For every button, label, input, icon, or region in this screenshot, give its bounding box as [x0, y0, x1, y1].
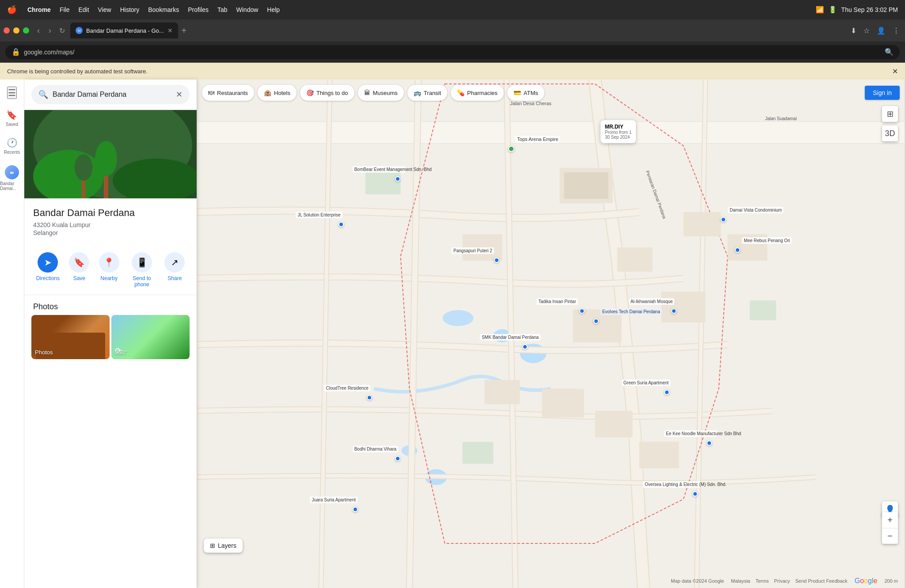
filter-restaurants[interactable]: 🍽 Restaurants: [202, 85, 254, 101]
mosque-pin[interactable]: [671, 308, 677, 314]
refresh-button[interactable]: ↻: [57, 25, 67, 37]
recents-icon: 🕐: [7, 137, 18, 148]
close-window-button[interactable]: [4, 27, 10, 34]
sidebar-item-recent-place[interactable]: 🏘 Bandar Damai...: [0, 165, 24, 191]
tops-arena-pin[interactable]: [508, 146, 514, 152]
zoom-out-button[interactable]: −: [882, 528, 898, 544]
directions-button[interactable]: ➤ Directions: [36, 252, 60, 288]
mrdiy-promo-card[interactable]: MR.DIY Promo from 130 Sep 2024: [601, 120, 636, 143]
bookmark-button[interactable]: ☆: [862, 25, 871, 37]
sidebar-item-recents[interactable]: 🕐 Recents: [4, 137, 20, 155]
sidebar-menu-button[interactable]: ☰: [7, 87, 17, 99]
svg-rect-11: [564, 172, 608, 199]
zoom-in-button[interactable]: +: [882, 512, 898, 528]
filter-atms[interactable]: 💳 ATMs: [507, 85, 544, 101]
menu-tab[interactable]: Tab: [217, 6, 228, 13]
tab-bar: ‹ › ↻ M Bandar Damai Perdana - Go... ✕ +…: [0, 19, 905, 42]
photo-card-1[interactable]: Photos: [31, 315, 110, 359]
cloudtree-pin[interactable]: [367, 395, 372, 400]
map-filter-bar: 🍽 Restaurants 🏨 Hotels 🎯 Things to do 🏛 …: [202, 85, 900, 101]
menu-file[interactable]: File: [60, 6, 70, 13]
menu-chrome[interactable]: Chrome: [27, 6, 51, 13]
filter-pharmacies[interactable]: 💊 Pharmacies: [451, 85, 504, 101]
system-time: Thu Sep 26 3:02 PM: [841, 6, 898, 13]
mrdiy-promo: Promo from 130 Sep 2024: [605, 130, 632, 140]
downloads-button[interactable]: ⬇: [849, 25, 858, 37]
green-suria-pin[interactable]: [664, 390, 669, 395]
wifi-icon: 📶: [816, 6, 824, 14]
share-button[interactable]: ↗ Share: [164, 252, 185, 288]
photo-1-label: Photos: [35, 349, 53, 356]
recent-place-avatar: 🏘: [5, 165, 19, 179]
back-button[interactable]: ‹: [34, 24, 42, 37]
footer-feedback[interactable]: Send Product Feedback: [795, 578, 848, 584]
save-button[interactable]: 🔖 Save: [69, 252, 89, 288]
forward-button[interactable]: ›: [46, 24, 54, 37]
automation-warning: Chrome is being controlled by automated …: [0, 63, 905, 80]
menu-bookmarks[interactable]: Bookmarks: [148, 6, 179, 13]
bodhi-pin[interactable]: [395, 456, 400, 461]
search-submit-icon[interactable]: 🔍: [38, 90, 48, 99]
send-to-phone-button[interactable]: 📱 Send to phone: [129, 252, 155, 288]
bombear-pin[interactable]: [395, 176, 400, 182]
maximize-window-button[interactable]: [23, 27, 29, 34]
svg-rect-18: [485, 380, 520, 404]
svg-rect-23: [750, 300, 776, 320]
sidebar-item-saved[interactable]: 🔖 Saved: [6, 110, 18, 127]
filter-hotels[interactable]: 🏨 Hotels: [258, 85, 297, 101]
menu-view[interactable]: View: [98, 6, 111, 13]
apple-icon[interactable]: 🍎: [7, 5, 17, 15]
menu-help[interactable]: Help: [267, 6, 280, 13]
menu-history[interactable]: History: [120, 6, 140, 13]
tab-close-button[interactable]: ✕: [167, 27, 173, 34]
phone-icon: 📱: [137, 257, 148, 268]
photo-card-2[interactable]: ⟳ 360°: [111, 315, 190, 359]
layers-button[interactable]: ⊞ Layers: [204, 539, 243, 553]
menu-window[interactable]: Window: [236, 6, 259, 13]
layers-label: Layers: [218, 542, 236, 549]
map-attribution: Map data ©2024 Google: [671, 578, 724, 584]
filter-things-to-do[interactable]: 🎯 Things to do: [300, 85, 354, 101]
footer-malaysia[interactable]: Malaysia: [731, 578, 750, 584]
search-icon: 🔍: [885, 48, 894, 56]
map-area[interactable]: 🍽 Restaurants 🏨 Hotels 🎯 Things to do 🏛 …: [197, 80, 905, 588]
profile-button[interactable]: 👤: [875, 25, 887, 37]
jl-solution-pin[interactable]: [338, 222, 344, 227]
tab-title: Bandar Damai Perdana - Go...: [86, 27, 164, 34]
extensions-button[interactable]: ⋮: [891, 25, 901, 37]
menubar-right-icons: 📶 🔋 Thu Sep 26 3:02 PM: [816, 6, 898, 14]
minimize-window-button[interactable]: [13, 27, 19, 34]
filter-restaurants-label: Restaurants: [217, 90, 248, 96]
smk-pin[interactable]: [522, 344, 528, 349]
map-3d-button[interactable]: 3D: [882, 125, 898, 141]
mee-rebus-pin[interactable]: [735, 247, 740, 253]
evolves-pin[interactable]: [593, 319, 599, 324]
tab-favicon: M: [76, 27, 83, 34]
damai-vista-pin[interactable]: [721, 217, 726, 222]
menu-profiles[interactable]: Profiles: [188, 6, 209, 13]
filter-transit[interactable]: 🚌 Transit: [407, 85, 447, 101]
search-query-text: Bandar Damai Perdana: [53, 91, 171, 99]
map-scale: 200 m: [884, 578, 898, 584]
automation-warning-close[interactable]: ✕: [892, 67, 898, 76]
search-clear-button[interactable]: ✕: [176, 90, 183, 99]
map-type-button[interactable]: ⊞: [882, 106, 898, 122]
active-tab[interactable]: M Bandar Damai Perdana - Go... ✕: [70, 23, 178, 38]
footer-terms[interactable]: Terms: [756, 578, 769, 584]
url-bar[interactable]: 🔒 google.com/maps/ 🔍: [5, 45, 900, 59]
google-logo: Google: [855, 577, 878, 585]
pangsapuri-pin[interactable]: [494, 258, 499, 263]
search-bar-wrap: 🔍 Bandar Damai Perdana ✕: [24, 80, 197, 110]
nearby-button[interactable]: 📍 Nearby: [99, 252, 119, 288]
search-input-box[interactable]: 🔍 Bandar Damai Perdana ✕: [31, 85, 190, 104]
tadika-pin[interactable]: [579, 308, 585, 314]
place-image[interactable]: [24, 110, 197, 198]
new-tab-button[interactable]: +: [178, 24, 190, 38]
filter-museums[interactable]: 🏛 Museums: [358, 85, 404, 101]
juara-pin[interactable]: [353, 507, 358, 512]
svg-rect-12: [463, 234, 502, 261]
menu-edit[interactable]: Edit: [78, 6, 89, 13]
place-address: 43200 Kuala Lumpur: [33, 221, 188, 228]
footer-privacy[interactable]: Privacy: [774, 578, 790, 584]
sign-in-button[interactable]: Sign in: [865, 86, 900, 100]
